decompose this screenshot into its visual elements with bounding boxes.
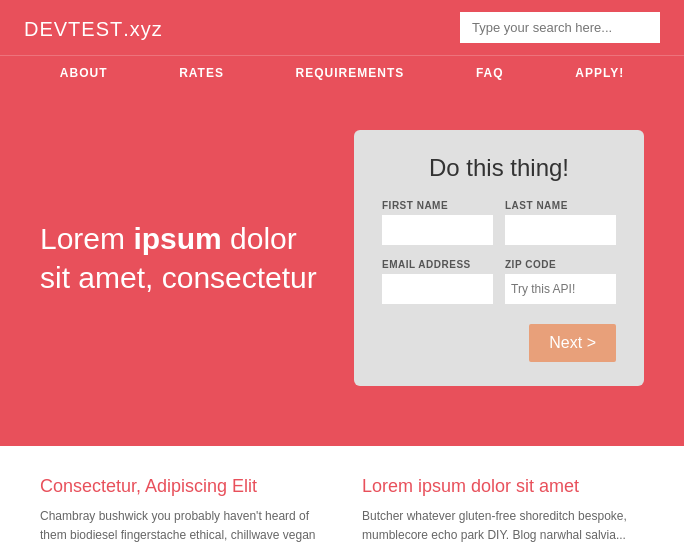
hero-section: Lorem ipsum dolor sit amet, consectetur …: [0, 90, 684, 446]
hero-text-bold: ipsum: [133, 222, 221, 255]
content-section: Consectetur, Adipiscing Elit Chambray bu…: [0, 446, 684, 548]
form-row-contact: EMAIL ADDRESS ZIP CODE: [382, 259, 616, 304]
first-name-input[interactable]: [382, 215, 493, 245]
hero-text-normal: Lorem: [40, 222, 133, 255]
last-name-label: LAST NAME: [505, 200, 616, 211]
search-input[interactable]: [460, 12, 660, 43]
nav-faq[interactable]: FAQ: [476, 66, 504, 80]
nav-requirements[interactable]: REQUIREMENTS: [296, 66, 405, 80]
form-card: Do this thing! FIRST NAME LAST NAME EMAI…: [354, 130, 644, 386]
first-name-label: FIRST NAME: [382, 200, 493, 211]
last-name-input[interactable]: [505, 215, 616, 245]
form-title: Do this thing!: [382, 154, 616, 182]
header: DEVTEST.xyz: [0, 0, 684, 55]
last-name-group: LAST NAME: [505, 200, 616, 245]
form-row-name: FIRST NAME LAST NAME: [382, 200, 616, 245]
logo: DEVTEST.xyz: [24, 12, 163, 43]
email-input[interactable]: [382, 274, 493, 304]
zip-group: ZIP CODE: [505, 259, 616, 304]
content-col1-body: Chambray bushwick you probably haven't h…: [40, 507, 322, 548]
content-col2-heading: Lorem ipsum dolor sit amet: [362, 476, 644, 497]
logo-bold: DEVTEST: [24, 18, 123, 40]
content-col2-body: Butcher whatever gluten-free shoreditch …: [362, 507, 644, 545]
content-col-1: Consectetur, Adipiscing Elit Chambray bu…: [40, 476, 322, 548]
hero-text: Lorem ipsum dolor sit amet, consectetur: [40, 219, 320, 297]
zip-label: ZIP CODE: [505, 259, 616, 270]
email-label: EMAIL ADDRESS: [382, 259, 493, 270]
next-button[interactable]: Next >: [529, 324, 616, 362]
nav-about[interactable]: ABOUT: [60, 66, 108, 80]
nav-rates[interactable]: RATES: [179, 66, 224, 80]
content-col1-heading: Consectetur, Adipiscing Elit: [40, 476, 322, 497]
main-nav: ABOUT RATES REQUIREMENTS FAQ APPLY!: [0, 55, 684, 90]
first-name-group: FIRST NAME: [382, 200, 493, 245]
nav-apply[interactable]: APPLY!: [575, 66, 624, 80]
content-col-2: Lorem ipsum dolor sit amet Butcher whate…: [362, 476, 644, 548]
email-group: EMAIL ADDRESS: [382, 259, 493, 304]
logo-light: .xyz: [123, 18, 163, 40]
zip-input[interactable]: [505, 274, 616, 304]
